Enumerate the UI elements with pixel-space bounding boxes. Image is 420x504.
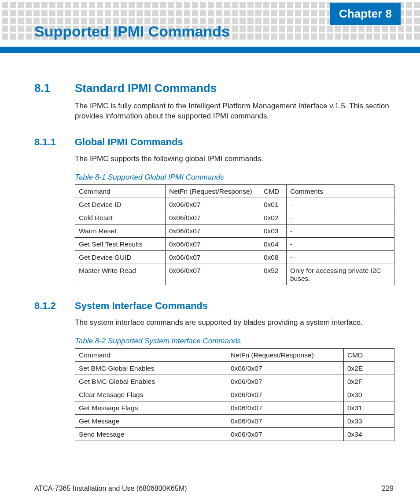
table-cell: 0x2E [344,361,394,375]
subsection-heading-8-1-2: 8.1.2 System Interface Commands [34,300,394,312]
table-cell: Get Device GUID [75,250,166,264]
table-cell: - [287,211,394,224]
table-cell: 0x06/0x07 [227,414,344,427]
title-underline-bar [0,47,420,53]
table-cell: 0x02 [260,211,287,224]
subsection-8-1-1-paragraph: The IPMC supports the following global I… [75,154,394,164]
table-cell: 0x06/0x07 [166,250,260,264]
table-header-cell: Command [75,348,227,361]
table-cell: 0x33 [344,414,394,427]
table-8-2-caption: Table 8-2 Supported System Interface Com… [75,337,394,346]
table-row: Get Device ID0x06/0x070x01- [75,198,394,211]
table-cell: Cold Reset [75,211,166,224]
footer-rule [34,480,394,480]
table-cell: 0x34 [344,427,394,441]
table-header-cell: CMD [344,348,394,361]
table-row: Cold Reset0x06/0x070x02- [75,211,394,224]
table-cell: - [287,250,394,264]
subsection-title: Global IPMI Commands [75,136,183,148]
section-heading-8-1: 8.1 Standard IPMI Commands [34,81,394,95]
table-header-cell: Command [75,184,166,198]
table-row: Master Write-Read0x06/0x070x52Only for a… [75,264,394,285]
table-cell: Send Message [75,427,227,441]
footer-doc-title: ATCA-7365 Installation and Use (6806800K… [34,485,187,493]
page-footer: ATCA-7365 Installation and Use (6806800K… [34,485,394,493]
table-cell: Set BMC Global Enables [75,361,227,375]
table-cell: 0x04 [260,237,287,250]
table-cell: 0x06/0x07 [227,427,344,441]
table-8-1-caption: Table 8-1 Supported Global IPMI Commands [75,173,394,182]
table-row: Get Self Test Results0x06/0x070x04- [75,237,394,250]
table-cell: Get Self Test Results [75,237,166,250]
subsection-number: 8.1.2 [34,300,75,312]
table-cell: 0x06/0x07 [227,361,344,375]
table-cell: - [287,237,394,250]
table-cell: Master Write-Read [75,264,166,285]
page-title: Supported IPMI Commands [34,23,230,40]
subsection-number: 8.1.1 [34,136,75,148]
table-cell: 0x01 [260,198,287,211]
table-cell: Get BMC Global Enables [75,375,227,388]
table-cell: 0x06/0x07 [227,375,344,388]
table-row: Get Device GUID0x06/0x070x08- [75,250,394,264]
table-cell: 0x2F [344,375,394,388]
section-number: 8.1 [34,81,75,95]
table-row: Set BMC Global Enables0x06/0x070x2E [75,361,394,375]
subsection-heading-8-1-1: 8.1.1 Global IPMI Commands [34,136,394,148]
table-cell: 0x06/0x07 [166,224,260,237]
subsection-8-1-2-paragraph: The system interface commands are suppor… [75,318,394,328]
table-header-cell: CMD [260,184,287,198]
table-cell: 0x06/0x07 [227,388,344,401]
footer-page-number: 229 [382,485,394,493]
chapter-tab: Chapter 8 [330,3,401,25]
table-cell: 0x31 [344,401,394,414]
table-8-1: Command NetFn (Request/Response) CMD Com… [75,184,394,285]
page-content: 8.1 Standard IPMI Commands The IPMC is f… [34,64,394,441]
table-row: Get Message0x06/0x070x33 [75,414,394,427]
table-row: Warm Reset0x06/0x070x03- [75,224,394,237]
table-header-row: Command NetFn (Request/Response) CMD Com… [75,184,394,198]
table-header-cell: NetFn (Request/Response) [166,184,260,198]
table-row: Get BMC Global Enables0x06/0x070x2F [75,375,394,388]
table-cell: 0x03 [260,224,287,237]
table-cell: 0x06/0x07 [166,237,260,250]
table-row: Clear Message Flags0x06/0x070x30 [75,388,394,401]
table-cell: 0x30 [344,388,394,401]
table-header-cell: Comments [287,184,394,198]
table-cell: Get Message Flags [75,401,227,414]
table-cell: - [287,198,394,211]
table-cell: 0x06/0x07 [166,198,260,211]
table-row: Send Message0x06/0x070x34 [75,427,394,441]
table-cell: Get Message [75,414,227,427]
table-cell: 0x06/0x07 [227,401,344,414]
table-cell: Only for accessing private I2C buses. [287,264,394,285]
subsection-title: System Interface Commands [75,300,208,312]
table-header-row: Command NetFn (Request/Response) CMD [75,348,394,361]
table-cell: - [287,224,394,237]
section-title: Standard IPMI Commands [75,81,217,95]
table-cell: 0x06/0x07 [166,264,260,285]
table-header-cell: NetFn (Request/Response) [227,348,344,361]
table-row: Get Message Flags0x06/0x070x31 [75,401,394,414]
table-cell: Clear Message Flags [75,388,227,401]
table-cell: 0x06/0x07 [166,211,260,224]
table-cell: 0x52 [260,264,287,285]
table-cell: Warm Reset [75,224,166,237]
table-8-2: Command NetFn (Request/Response) CMD Set… [75,348,394,441]
table-cell: 0x08 [260,250,287,264]
table-cell: Get Device ID [75,198,166,211]
section-8-1-paragraph: The IPMC is fully compliant to the Intel… [75,101,394,121]
